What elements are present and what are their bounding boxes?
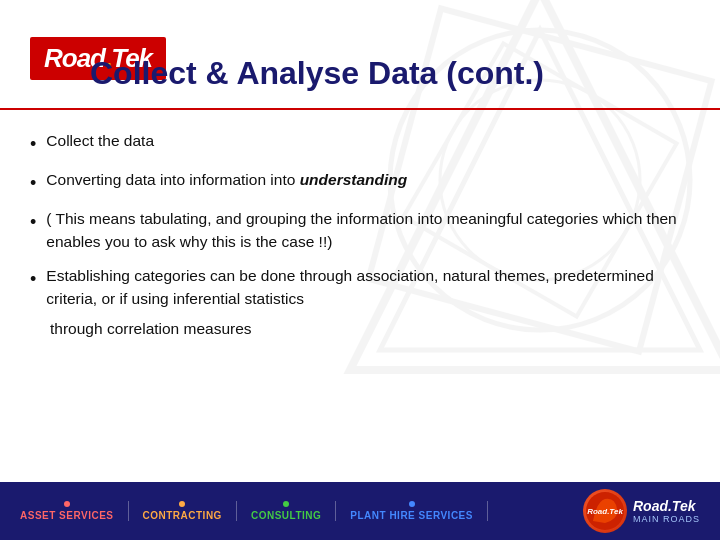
footer-brand-sub: Main Roads bbox=[633, 514, 700, 524]
footer-brand-name: Road.Tek bbox=[633, 498, 700, 515]
bullet-dot-4: • bbox=[30, 266, 36, 292]
footer-logo-area: Road.Tek Road.Tek Main Roads bbox=[583, 489, 700, 533]
footer-services: ASSET SERVICES CONTRACTING CONSULTING PL… bbox=[20, 501, 583, 521]
bullet-list: • Collect the data • Converting data int… bbox=[30, 130, 690, 310]
continuation-text: through correlation measures bbox=[50, 318, 690, 340]
bullet-text-1: Collect the data bbox=[46, 130, 690, 152]
footer-logo-svg: Road.Tek bbox=[585, 491, 625, 531]
footer-plant-hire: PLANT HIRE SERVICES bbox=[336, 501, 488, 521]
bullet-text-2-before: Converting data into information into bbox=[46, 171, 299, 188]
plant-dot bbox=[409, 501, 415, 507]
footer-consulting: CONSULTING bbox=[237, 501, 336, 521]
slide-footer: ASSET SERVICES CONTRACTING CONSULTING PL… bbox=[0, 482, 720, 540]
slide: Road.Tek Collect & Analyse Data (cont.) … bbox=[0, 0, 720, 540]
bullet-text-3: ( This means tabulating, and grouping th… bbox=[46, 208, 690, 253]
bullet-item-2: • Converting data into information into … bbox=[30, 169, 690, 196]
footer-contracting: CONTRACTING bbox=[129, 501, 237, 521]
bullet-text-2: Converting data into information into un… bbox=[46, 169, 690, 191]
bullet-dot-3: • bbox=[30, 209, 36, 235]
consulting-dot bbox=[283, 501, 289, 507]
slide-content: • Collect the data • Converting data int… bbox=[0, 110, 720, 480]
bullet-dot-1: • bbox=[30, 131, 36, 157]
asset-label: ASSET SERVICES bbox=[20, 510, 114, 521]
contracting-label: CONTRACTING bbox=[143, 510, 222, 521]
bullet-item-4: • Establishing categories can be done th… bbox=[30, 265, 690, 310]
plant-label: PLANT HIRE SERVICES bbox=[350, 510, 473, 521]
slide-title: Collect & Analyse Data (cont.) bbox=[90, 55, 690, 92]
footer-logo-text: Road.Tek Main Roads bbox=[633, 498, 700, 525]
bullet-text-2-bold: understanding bbox=[300, 171, 408, 188]
bullet-dot-2: • bbox=[30, 170, 36, 196]
bullet-text-4: Establishing categories can be done thro… bbox=[46, 265, 690, 310]
svg-text:Road.Tek: Road.Tek bbox=[587, 507, 623, 516]
footer-logo-circle: Road.Tek bbox=[583, 489, 627, 533]
bullet-item-1: • Collect the data bbox=[30, 130, 690, 157]
contracting-dot bbox=[179, 501, 185, 507]
asset-dot bbox=[64, 501, 70, 507]
consulting-label: CONSULTING bbox=[251, 510, 321, 521]
bullet-item-3: • ( This means tabulating, and grouping … bbox=[30, 208, 690, 253]
footer-asset-services: ASSET SERVICES bbox=[20, 501, 129, 521]
